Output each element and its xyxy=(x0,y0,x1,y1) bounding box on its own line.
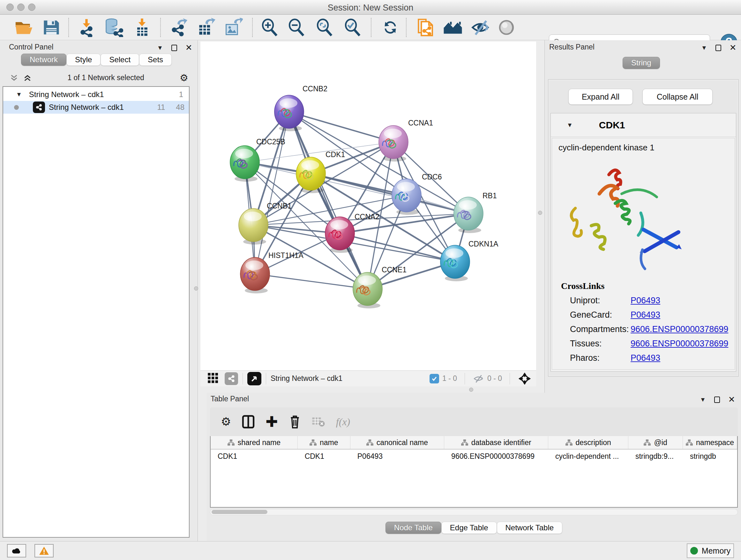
table-options-gear-icon[interactable]: ⚙ xyxy=(221,415,231,428)
save-session-button[interactable] xyxy=(41,17,62,38)
float-panel-icon[interactable]: ▼ xyxy=(700,396,706,403)
refresh-view-button[interactable] xyxy=(380,17,401,38)
network-options-gear-icon[interactable]: ⚙ xyxy=(180,72,188,83)
bottom-splitter-handle[interactable] xyxy=(469,388,473,392)
column-header-description[interactable]: description xyxy=(548,436,628,449)
zoom-selected-button[interactable] xyxy=(342,17,363,38)
entry-collapse-icon[interactable]: ▼ xyxy=(567,122,573,129)
table-cell[interactable]: 9606.ENSP00000378699 xyxy=(444,449,548,461)
birds-eye-view-icon[interactable] xyxy=(247,372,261,385)
maximize-panel-icon[interactable] xyxy=(714,396,720,403)
column-header-name[interactable]: name xyxy=(298,436,350,449)
collapse-all-button[interactable]: Collapse All xyxy=(643,89,713,105)
crosslink-link[interactable]: 9606.ENSP00000378699 xyxy=(630,324,728,334)
import-network-database-button[interactable] xyxy=(103,17,124,38)
network-node-CCNB2[interactable] xyxy=(274,95,304,131)
tab-node-table[interactable]: Node Table xyxy=(386,522,441,534)
collection-expand-icon[interactable]: ▼ xyxy=(16,91,22,98)
open-session-button[interactable] xyxy=(13,17,35,38)
table-cell[interactable]: P06493 xyxy=(350,449,444,461)
scrollbar-thumb[interactable] xyxy=(212,510,267,514)
network-node-CDC25B[interactable] xyxy=(230,145,259,182)
grid-view-icon[interactable] xyxy=(207,371,219,386)
memory-button[interactable]: Memory xyxy=(687,543,734,558)
delete-table-icon xyxy=(312,416,325,428)
maximize-panel-icon[interactable] xyxy=(716,45,721,51)
close-panel-icon[interactable]: ✕ xyxy=(730,43,737,53)
crosslink-link[interactable]: P06493 xyxy=(630,353,660,363)
table-cell[interactable]: cyclin-dependent ... xyxy=(548,449,628,461)
crosslink-label: Uniprot: xyxy=(570,296,630,306)
selected-checkbox[interactable] xyxy=(429,374,439,383)
table-cell[interactable]: CDK1 xyxy=(298,449,350,461)
network-share-icon[interactable] xyxy=(225,372,238,385)
hidden-node-edge-stats: 0 - 0 xyxy=(487,374,502,383)
crosslink-link[interactable]: P06493 xyxy=(630,310,660,320)
network-node-CCNA2[interactable] xyxy=(325,217,354,253)
expand-all-icon[interactable] xyxy=(23,73,32,82)
left-splitter-handle[interactable] xyxy=(194,287,198,291)
close-panel-icon[interactable]: ✕ xyxy=(728,395,735,405)
crosslink-link[interactable]: P06493 xyxy=(630,296,660,306)
tab-style[interactable]: Style xyxy=(66,54,100,66)
export-image-button[interactable] xyxy=(223,17,244,38)
table-cell[interactable]: stringdb:9... xyxy=(628,449,683,461)
crosslink-link[interactable]: 9606.ENSP00000378699 xyxy=(630,339,728,349)
hide-selected-button[interactable] xyxy=(470,17,491,38)
collapse-all-icon[interactable] xyxy=(10,73,18,82)
duplicate-network-button[interactable] xyxy=(415,17,436,38)
float-panel-icon[interactable]: ▼ xyxy=(701,44,707,51)
network-node-HIST1H1A[interactable] xyxy=(240,257,270,294)
table-horizontal-scrollbar[interactable] xyxy=(210,509,738,515)
import-table-button[interactable] xyxy=(131,17,152,38)
zoom-in-button[interactable] xyxy=(259,17,280,38)
column-header-canonical-name[interactable]: canonical name xyxy=(350,436,444,449)
tab-sets[interactable]: Sets xyxy=(139,54,172,66)
tab-network[interactable]: Network xyxy=(21,54,66,66)
tab-network-table[interactable]: Network Table xyxy=(497,522,562,534)
export-table-button[interactable] xyxy=(195,17,216,38)
import-network-file-button[interactable] xyxy=(76,17,97,38)
delete-column-icon[interactable] xyxy=(289,415,301,429)
show-eye-button[interactable] xyxy=(496,17,517,38)
network-node-CDKN1A[interactable] xyxy=(441,245,470,281)
cloud-button[interactable] xyxy=(7,544,26,557)
maximize-panel-icon[interactable] xyxy=(172,45,177,51)
zoom-out-button[interactable] xyxy=(286,17,307,38)
table-row[interactable]: CDK1CDK1P064939606.ENSP00000378699cyclin… xyxy=(211,449,737,461)
add-column-icon[interactable]: ✚ xyxy=(266,415,278,428)
node-label-CDC6: CDC6 xyxy=(422,173,442,181)
hidden-eye-icon xyxy=(473,374,484,384)
expand-all-button[interactable]: Expand All xyxy=(568,89,633,105)
column-header-database-identifier[interactable]: database identifier xyxy=(444,436,548,449)
fit-content-icon xyxy=(315,18,334,37)
table-cell[interactable]: CDK1 xyxy=(211,449,298,461)
network-node-CCNE1[interactable] xyxy=(353,272,382,308)
memory-label: Memory xyxy=(702,546,731,556)
close-panel-icon[interactable]: ✕ xyxy=(185,43,192,53)
network-collection-row[interactable]: ▼ String Network – cdk1 1 xyxy=(3,88,189,101)
tab-edge-table[interactable]: Edge Table xyxy=(441,522,497,534)
neighbors-button[interactable] xyxy=(442,17,463,38)
network-node-RB1[interactable] xyxy=(454,197,483,233)
table-panel-title: Table Panel xyxy=(211,395,249,403)
network-node-CCNB1[interactable] xyxy=(239,208,268,245)
network-node-CCNA1[interactable] xyxy=(379,125,408,162)
netbar-separator xyxy=(510,373,510,384)
column-header-namespace[interactable]: namespace xyxy=(683,436,737,449)
column-header-shared-name[interactable]: shared name xyxy=(211,436,298,449)
show-columns-icon[interactable] xyxy=(242,415,255,429)
float-panel-icon[interactable]: ▼ xyxy=(157,44,163,51)
right-splitter-handle[interactable] xyxy=(538,211,542,215)
pan-crosshair-icon[interactable] xyxy=(518,372,532,386)
table-cell[interactable]: stringdb xyxy=(683,449,737,461)
network-canvas[interactable]: CCNB2CCNA1CDC25BCDK1CDC6RB1CCNB1CCNA2CDK… xyxy=(200,42,536,370)
warning-button[interactable] xyxy=(35,544,54,557)
tab-string[interactable]: String xyxy=(623,57,660,69)
protein-structure-image xyxy=(561,155,698,277)
fit-content-button[interactable] xyxy=(314,17,335,38)
network-row-selected[interactable]: String Network – cdk1 11 48 xyxy=(3,101,189,114)
export-network-button[interactable] xyxy=(169,17,190,38)
tab-select[interactable]: Select xyxy=(100,54,139,66)
column-header-id[interactable]: @id xyxy=(628,436,683,449)
